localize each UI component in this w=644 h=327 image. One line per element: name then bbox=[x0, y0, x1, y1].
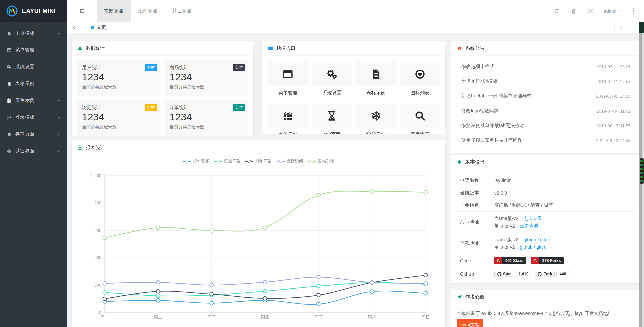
module-tab-常规管理[interactable]: 常规管理 bbox=[97, 0, 131, 22]
layui-doc-button[interactable]: layui文档 bbox=[457, 319, 483, 327]
collapse-menu-button[interactable] bbox=[67, 0, 97, 22]
gitee-badge[interactable]: G278 Forks bbox=[531, 257, 564, 264]
clear-cache-button[interactable] bbox=[565, 8, 582, 14]
announcement-row[interactable]: 修复多模块菜单栏展开有问题2019-06-13 14:53 bbox=[451, 133, 639, 148]
module-tab-组件管理[interactable]: 组件管理 bbox=[131, 0, 164, 22]
page-scrollbar[interactable] bbox=[639, 33, 644, 327]
version-link-gitee[interactable]: gitee bbox=[536, 244, 546, 250]
sidebar-item-表单示例[interactable]: 表单示例 bbox=[0, 92, 67, 109]
tab-scroll-right-button[interactable] bbox=[614, 22, 627, 33]
sidebar-item-主页模板[interactable]: 主页模板 bbox=[0, 25, 67, 42]
stat-box-订单统计[interactable]: 订单统计实时1234当前分类总记录数 bbox=[165, 100, 248, 136]
tab-scroll-left-button[interactable] bbox=[67, 22, 82, 33]
caret-down-icon bbox=[619, 9, 623, 13]
data-point-视频广告[interactable] bbox=[263, 297, 267, 300]
data-point-视频广告[interactable] bbox=[424, 273, 428, 277]
github-star-widget[interactable]: Star1,419 bbox=[494, 271, 531, 277]
data-point-邮件营销[interactable] bbox=[156, 299, 160, 302]
data-point-邮件营销[interactable] bbox=[424, 292, 428, 295]
github-star-button[interactable]: Star bbox=[494, 271, 513, 277]
stat-box-浏览统计[interactable]: 浏览统计实时1234当前分类总记录数 bbox=[77, 100, 160, 136]
data-point-直接访问[interactable] bbox=[210, 283, 213, 287]
data-point-直接访问[interactable] bbox=[424, 282, 428, 285]
data-point-联盟广告[interactable] bbox=[156, 294, 160, 298]
announcement-row[interactable]: 修复左侧菜单缩放tab无法移动2019-06-17 11:55 bbox=[451, 118, 639, 133]
gitee-badge[interactable]: G941 Stars bbox=[494, 257, 526, 264]
quick-entry-菜单管理[interactable]: 菜单管理 bbox=[268, 62, 308, 96]
announcement-text: 修改logo缩放问题 bbox=[461, 108, 593, 114]
sidebar-item-其它界面[interactable]: 其它界面 bbox=[0, 142, 67, 159]
sidebar-item-登录模板[interactable]: 登录模板 bbox=[0, 109, 67, 126]
data-point-视频广告[interactable] bbox=[156, 290, 160, 293]
data-point-视频广告[interactable] bbox=[210, 292, 213, 296]
quick-entry-图标列表[interactable]: 图标列表 bbox=[400, 62, 440, 96]
quick-entry-404页面[interactable]: 404页面 bbox=[312, 104, 352, 134]
module-tab-其它管理[interactable]: 其它管理 bbox=[164, 0, 198, 22]
data-point-邮件营销[interactable] bbox=[370, 290, 374, 293]
sidebar-item-表格示例[interactable]: 表格示例 bbox=[0, 75, 67, 92]
data-point-视频广告[interactable] bbox=[103, 297, 107, 301]
data-point-联盟广告[interactable] bbox=[317, 284, 320, 288]
data-point-搜索引擎[interactable] bbox=[103, 236, 107, 240]
quick-entry-百度搜索[interactable]: 百度搜索 bbox=[400, 104, 440, 134]
data-point-视频广告[interactable] bbox=[317, 293, 320, 297]
fullscreen-button[interactable] bbox=[582, 8, 599, 14]
data-point-邮件营销[interactable] bbox=[317, 302, 320, 306]
version-link-gitee[interactable]: gitee bbox=[540, 237, 550, 242]
tab-home[interactable]: 首页 bbox=[82, 22, 115, 33]
home-icon bbox=[7, 31, 12, 36]
brand-logo[interactable]: LAYUI MINI bbox=[0, 0, 67, 22]
github-count: 440 bbox=[556, 271, 569, 277]
scrollbar-thumb[interactable] bbox=[640, 158, 644, 184]
stat-box-用户统计[interactable]: 用户统计实时1234当前分类总记录数 bbox=[77, 60, 160, 96]
data-point-搜索引擎[interactable] bbox=[317, 193, 320, 197]
tab-operations-button[interactable] bbox=[627, 22, 639, 33]
sidebar-item-系统设置[interactable]: 系统设置 bbox=[0, 58, 67, 75]
quick-entry-按钮示例[interactable]: 按钮示例 bbox=[356, 104, 396, 134]
announcement-row[interactable]: 修改选项卡样式2019-07-11 23:06 bbox=[451, 59, 639, 74]
data-point-联盟广告[interactable] bbox=[263, 289, 267, 293]
github-fork-widget[interactable]: Fork440 bbox=[535, 271, 569, 277]
sidebar-item-菜单管理[interactable]: 菜单管理 bbox=[0, 42, 67, 58]
refresh-button[interactable] bbox=[549, 8, 565, 14]
version-link-github[interactable]: github bbox=[523, 237, 536, 242]
data-point-直接访问[interactable] bbox=[263, 280, 267, 284]
version-card: 版本信息 框架名称layuimini当前版本v2.0.0主要特色零门槛 / 响应… bbox=[451, 155, 639, 283]
data-point-直接访问[interactable] bbox=[370, 281, 374, 284]
data-point-联盟广告[interactable] bbox=[103, 291, 107, 294]
more-options-button[interactable] bbox=[627, 8, 639, 14]
data-point-直接访问[interactable] bbox=[156, 280, 160, 284]
data-point-搜索引擎[interactable] bbox=[424, 190, 428, 194]
version-row-演示地址: 演示地址iframe版-v2：点击查看单页版-v2：点击查看 bbox=[456, 212, 634, 233]
link-separator: / bbox=[533, 244, 537, 250]
announcement-row[interactable]: 新增treetable插件和菜单管理样式2019-07-05 14:28 bbox=[451, 89, 639, 104]
announcement-row[interactable]: 修改logo缩放问题2019-07-04 11:02 bbox=[451, 104, 639, 118]
version-row-value: Star1,419Fork440 bbox=[490, 268, 634, 280]
quick-entry-表单示例[interactable]: 表单示例 bbox=[268, 104, 308, 134]
page-tabbar: 首页 bbox=[67, 22, 639, 33]
quick-entry-表格示例[interactable]: 表格示例 bbox=[356, 62, 396, 96]
announcement-row[interactable]: 新增系统404模板2019-07-11 12:57 bbox=[451, 74, 639, 89]
stat-desc: 当前分类总记录数 bbox=[169, 124, 243, 130]
announcements-title: 系统公告 bbox=[465, 45, 484, 51]
announcement-text: 修复左侧菜单缩放tab无法移动 bbox=[461, 123, 593, 129]
quick-entry-系统设置[interactable]: 系统设置 bbox=[312, 62, 352, 96]
data-point-直接访问[interactable] bbox=[317, 275, 320, 279]
sidebar-item-异常页面[interactable]: 异常页面 bbox=[0, 126, 67, 142]
version-link-点击查看[interactable]: 点击查看 bbox=[523, 216, 542, 221]
version-link-点击查看[interactable]: 点击查看 bbox=[519, 223, 538, 229]
data-point-搜索引擎[interactable] bbox=[156, 226, 160, 230]
github-fork-button[interactable]: Fork bbox=[535, 271, 555, 277]
author-title: 作者心语 bbox=[465, 294, 484, 300]
data-point-邮件营销[interactable] bbox=[210, 301, 213, 305]
version-header: 版本信息 bbox=[451, 155, 639, 169]
sidebar-item-label: 异常页面 bbox=[15, 131, 57, 137]
stat-box-商品统计[interactable]: 商品统计实时1234当前分类总记录数 bbox=[165, 60, 248, 96]
data-point-直接访问[interactable] bbox=[103, 282, 107, 285]
user-menu[interactable]: admin bbox=[599, 8, 627, 14]
version-row-Github: GithubStar1,419Fork440 bbox=[456, 268, 634, 280]
version-link-github[interactable]: github bbox=[519, 244, 532, 250]
data-point-搜索引擎[interactable] bbox=[263, 226, 267, 229]
data-point-搜索引擎[interactable] bbox=[370, 190, 374, 193]
data-point-搜索引擎[interactable] bbox=[210, 229, 213, 232]
